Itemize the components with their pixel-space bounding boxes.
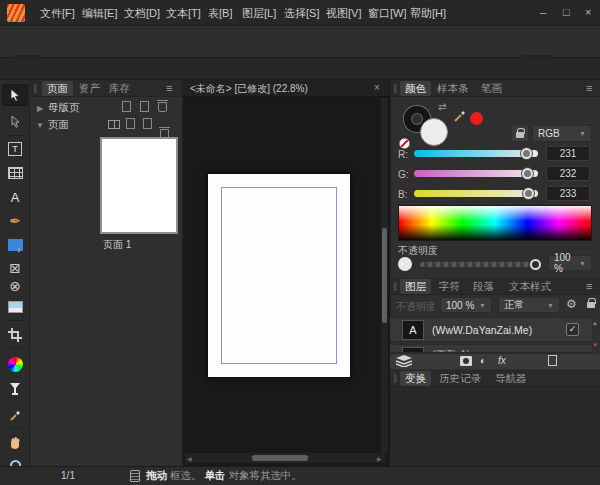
panel-drag-handle[interactable]: ∥	[393, 373, 398, 383]
color-spectrum[interactable]	[398, 205, 592, 241]
frame-text-icon: T	[8, 142, 22, 156]
node-tool[interactable]	[2, 110, 28, 132]
tab-history[interactable]: 历史记录	[434, 371, 486, 386]
artistic-text-tool[interactable]: A	[2, 186, 28, 208]
blue-slider-knob[interactable]	[523, 188, 534, 199]
picture-frame-ellipse-tool[interactable]: ⊗	[2, 275, 28, 297]
menu-view[interactable]: 视图[V]	[326, 6, 361, 21]
move-tool[interactable]	[2, 84, 28, 106]
layers-scroll-up-icon[interactable]: ▲	[592, 320, 598, 326]
menu-select[interactable]: 选择[S]	[284, 6, 319, 21]
masters-section-label[interactable]: 母版页	[48, 101, 80, 115]
layers-scroll-down-icon[interactable]: ▼	[592, 342, 598, 348]
fill-color-well[interactable]	[420, 118, 448, 146]
color-picker-icon[interactable]	[452, 108, 468, 124]
tab-assets[interactable]: 资产	[74, 81, 105, 96]
tab-navigator[interactable]: 导航器	[490, 371, 532, 386]
menu-table[interactable]: 表[B]	[208, 6, 232, 21]
color-picker-tool[interactable]	[2, 404, 28, 426]
no-color-swatch[interactable]	[399, 138, 410, 149]
adjustment-layer-icon[interactable]: ◐	[480, 355, 486, 366]
blue-slider[interactable]	[414, 190, 538, 197]
close-icon[interactable]: ×	[585, 6, 591, 18]
red-slider-knob[interactable]	[521, 148, 532, 159]
tab-paragraph[interactable]: 段落	[468, 279, 499, 294]
maximize-icon[interactable]: □	[563, 6, 570, 18]
menu-file[interactable]: 文件[F]	[40, 6, 75, 21]
layer-visibility-checkbox[interactable]: ✓	[566, 323, 579, 336]
tab-layers[interactable]: 图层	[400, 279, 431, 294]
vertical-scrollbar-thumb[interactable]	[382, 228, 387, 323]
scroll-left-icon[interactable]: ◀	[187, 455, 192, 462]
tab-stroke[interactable]: 笔画	[476, 81, 507, 96]
horizontal-scrollbar-thumb[interactable]	[252, 455, 308, 461]
add-master-icon[interactable]	[122, 101, 131, 112]
red-slider[interactable]	[414, 150, 538, 157]
scroll-right-icon[interactable]: ▶	[377, 455, 382, 462]
layer-row-partial[interactable]: (图形 A)	[390, 344, 592, 353]
menu-help[interactable]: 帮助[H]	[410, 6, 446, 21]
masters-twirl-icon[interactable]: ▶	[37, 104, 43, 113]
place-image-tool[interactable]	[2, 296, 28, 318]
menu-document[interactable]: 文档[D]	[124, 6, 160, 21]
tab-pages[interactable]: 页面	[42, 81, 73, 96]
add-page-icon[interactable]	[126, 118, 135, 129]
table-tool[interactable]	[2, 162, 28, 184]
menu-layer[interactable]: 图层[L]	[242, 6, 276, 21]
tab-swatches[interactable]: 样本条	[432, 81, 474, 96]
layer-effects-icon[interactable]: fx	[498, 355, 506, 366]
delete-master-icon[interactable]	[158, 102, 167, 112]
rectangle-tool[interactable]	[2, 234, 28, 256]
transparency-tool[interactable]	[2, 378, 28, 400]
panel-drag-handle[interactable]: ∥	[393, 281, 398, 291]
menu-text[interactable]: 文本[T]	[166, 6, 201, 21]
page-list-icon[interactable]	[130, 470, 140, 482]
panel-drag-handle[interactable]: ∥	[33, 83, 38, 93]
tab-transform[interactable]: 变换	[400, 371, 431, 386]
green-slider[interactable]	[414, 170, 538, 177]
blend-mode-dropdown[interactable]: 正常 ▼	[498, 297, 560, 313]
red-value-field[interactable]: 231	[546, 146, 590, 161]
minimize-icon[interactable]: –	[540, 6, 546, 18]
tab-color[interactable]: 颜色	[400, 81, 431, 96]
layers-stack-icon[interactable]	[396, 355, 412, 367]
color-panel-menu-icon[interactable]: ≡	[586, 82, 592, 94]
layer-row[interactable]: A (WwW.DaYanZai.Me) ✓	[390, 317, 592, 342]
layers-panel-menu-icon[interactable]: ≡	[586, 280, 592, 292]
tab-stock[interactable]: 库存	[104, 81, 135, 96]
gradient-tool[interactable]	[2, 353, 28, 375]
opacity-full-swatch[interactable]	[398, 257, 412, 271]
pages-section-label[interactable]: 页面	[48, 118, 69, 132]
swap-colors-icon[interactable]: ⇄	[438, 101, 446, 112]
opacity-value-dropdown[interactable]: 100 % ▼	[548, 255, 592, 271]
pen-tool[interactable]: ✒	[2, 210, 28, 232]
color-model-dropdown[interactable]: RGB ▼	[532, 125, 592, 142]
duplicate-master-icon[interactable]	[140, 101, 149, 112]
green-slider-knob[interactable]	[522, 168, 533, 179]
pages-twirl-icon[interactable]: ▼	[36, 121, 44, 130]
pages-panel-menu-icon[interactable]: ≡	[166, 82, 172, 94]
green-value-field[interactable]: 232	[546, 166, 590, 181]
color-lock-button[interactable]	[512, 125, 528, 141]
view-tool[interactable]	[2, 432, 28, 454]
spread-view-icon[interactable]	[108, 120, 120, 129]
document-close-icon[interactable]: ×	[374, 82, 380, 93]
menu-window[interactable]: 窗口[W]	[368, 6, 407, 21]
tab-character[interactable]: 字符	[434, 279, 465, 294]
layers-opacity-dropdown[interactable]: 100 % ▼	[440, 297, 492, 313]
layer-lock-button[interactable]	[583, 297, 599, 313]
tab-text-styles[interactable]: 文本样式	[504, 279, 556, 294]
frame-text-tool[interactable]: T	[2, 138, 28, 160]
gear-icon[interactable]: ⚙	[566, 297, 577, 311]
opacity-slider[interactable]	[420, 262, 532, 267]
picked-color-swatch[interactable]	[470, 112, 483, 125]
page-thumbnail[interactable]	[100, 137, 178, 234]
blue-value-field[interactable]: 233	[546, 186, 590, 201]
menu-edit[interactable]: 编辑[E]	[82, 6, 117, 21]
panel-drag-handle[interactable]: ∥	[393, 83, 398, 93]
duplicate-page-icon[interactable]	[143, 118, 152, 129]
crop-tool[interactable]	[2, 324, 28, 346]
new-layer-icon[interactable]	[548, 355, 557, 366]
mask-layer-icon[interactable]	[460, 356, 472, 366]
opacity-slider-knob[interactable]	[530, 259, 541, 270]
